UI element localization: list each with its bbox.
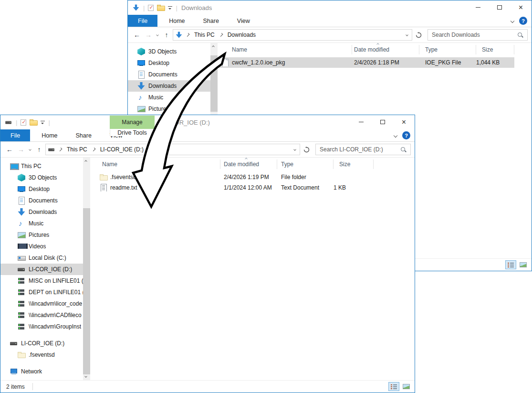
file-row[interactable]: readme.txt 1/1/2024 12:00 AM Text Docume… <box>90 182 374 193</box>
ribbon-expand-icon[interactable] <box>394 133 397 137</box>
thumbnail-view-button[interactable] <box>518 260 529 269</box>
close-button[interactable]: × <box>510 0 532 14</box>
sidebar-item[interactable]: Desktop <box>128 57 210 69</box>
tab-home[interactable]: Home <box>160 15 194 27</box>
sidebar-item[interactable]: LI-COR_IOE (D:) <box>0 264 83 275</box>
sidebar-item[interactable]: This PC <box>0 160 83 172</box>
search-icon[interactable] <box>400 147 407 153</box>
thumbnail-view-button[interactable] <box>401 382 412 391</box>
tab-home[interactable]: Home <box>32 129 66 141</box>
sidebar-item[interactable]: LI-COR_IOE (D:) <box>0 338 83 349</box>
address-bar[interactable]: This PC LI-COR_IOE (D:) <box>45 144 300 155</box>
up-button[interactable]: ↑ <box>161 31 172 39</box>
tab-file[interactable]: File <box>128 15 157 27</box>
column-header-size[interactable]: Size <box>334 159 374 169</box>
tab-drive-tools[interactable]: Drive Tools <box>110 129 155 136</box>
maximize-button[interactable] <box>489 0 510 14</box>
sidebar-item[interactable]: Videos <box>0 241 83 252</box>
crumb-chevron-icon[interactable] <box>186 33 190 37</box>
sidebar-item[interactable]: .fseventsd <box>0 349 83 361</box>
maximize-button[interactable] <box>372 115 393 129</box>
breadcrumb-downloads[interactable]: Downloads <box>226 32 257 38</box>
titlebar[interactable]: | | Manage LI-COR_IOE (D:) × <box>0 115 415 129</box>
qat-customize-icon[interactable] <box>168 6 172 11</box>
details-view-button[interactable] <box>388 382 399 391</box>
help-icon[interactable]: ? <box>402 131 410 139</box>
sidebar-item[interactable]: Downloads <box>0 206 83 218</box>
sidebar-scrollbar[interactable] <box>83 158 90 380</box>
help-icon[interactable]: ? <box>519 17 527 25</box>
column-header-type[interactable]: Type <box>419 45 476 54</box>
sidebar-item[interactable]: Desktop <box>0 183 83 195</box>
address-dropdown-icon[interactable] <box>406 33 408 36</box>
back-button[interactable]: ← <box>4 146 15 153</box>
search-input[interactable]: Search LI-COR_IOE (D:) <box>315 144 411 155</box>
sidebar-item[interactable]: Pictures <box>0 229 83 241</box>
refresh-button[interactable] <box>413 29 424 41</box>
breadcrumb-this-pc[interactable]: This PC <box>193 32 216 38</box>
sidebar-item[interactable]: \\lincadvm\GroupInst <box>0 321 83 332</box>
separator: | <box>143 5 145 11</box>
column-header-name[interactable]: Name <box>218 45 352 54</box>
file-row[interactable]: .fseventsd 2/4/2026 1:19 PM File folder <box>90 172 374 182</box>
address-bar[interactable]: This PC Downloads <box>173 29 412 41</box>
titlebar[interactable]: | | Downloads × <box>128 0 532 15</box>
minimize-button[interactable] <box>467 0 489 14</box>
tab-view[interactable]: View <box>228 15 259 27</box>
sidebar-item[interactable]: Downloads <box>128 80 210 92</box>
sidebar-item[interactable]: Music <box>128 92 210 103</box>
details-view-button[interactable] <box>505 260 516 269</box>
scroll-up-icon[interactable] <box>212 45 215 48</box>
refresh-button[interactable] <box>301 144 312 155</box>
column-header-date-modified[interactable]: Date modified <box>352 45 419 54</box>
navigation-pane: This PC 3D Objects Desktop Documents Dow… <box>0 158 83 380</box>
new-folder-qat-icon[interactable] <box>30 118 37 126</box>
sidebar-item[interactable]: Music <box>0 218 83 229</box>
sidebar-item[interactable]: Pictures <box>128 103 210 115</box>
breadcrumb-this-pc[interactable]: This PC <box>65 146 89 153</box>
recent-locations-icon[interactable] <box>156 33 159 36</box>
sidebar-item[interactable]: Documents <box>128 69 210 80</box>
column-header-type[interactable]: Type <box>277 159 334 169</box>
close-icon: × <box>519 4 523 11</box>
breadcrumb-drive[interactable]: LI-COR_IOE (D:) <box>99 146 145 153</box>
scroll-up-icon[interactable] <box>84 160 87 163</box>
new-folder-qat-icon[interactable] <box>157 4 165 11</box>
search-icon[interactable] <box>517 32 523 38</box>
tab-file[interactable]: File <box>0 129 30 141</box>
ribbon-expand-icon[interactable] <box>511 19 514 22</box>
forward-button[interactable]: → <box>16 146 26 153</box>
sidebar-item[interactable]: Documents <box>0 195 83 206</box>
crumb-chevron-icon[interactable] <box>59 148 63 151</box>
close-button[interactable]: × <box>393 115 415 129</box>
sidebar-item[interactable]: DEPT on LINFILE01 (H: <box>0 287 83 298</box>
forward-button[interactable]: → <box>143 31 154 39</box>
up-button[interactable]: ↑ <box>34 146 44 153</box>
sidebar-item[interactable]: 3D Objects <box>128 46 210 57</box>
crumb-chevron-icon[interactable] <box>92 148 95 151</box>
tab-share[interactable]: Share <box>67 129 101 141</box>
recent-locations-icon[interactable] <box>29 148 31 151</box>
properties-qat-icon[interactable] <box>148 5 154 11</box>
scroll-down-icon[interactable] <box>84 375 87 378</box>
qat-customize-icon[interactable] <box>41 121 45 125</box>
scrollbar-thumb[interactable] <box>210 55 218 112</box>
sidebar-item[interactable]: MISC on LINFILE01 (G: <box>0 275 83 287</box>
search-input[interactable]: Search Downloads <box>428 29 528 41</box>
properties-qat-icon[interactable] <box>21 119 26 126</box>
tab-share[interactable]: Share <box>194 15 228 27</box>
back-button[interactable]: ← <box>132 31 142 39</box>
sidebar-item[interactable]: 3D Objects <box>0 172 83 183</box>
sidebar-item[interactable]: Network <box>0 366 83 377</box>
scrollbar-thumb[interactable] <box>83 208 90 374</box>
sidebar-item[interactable]: Local Disk (C:) <box>0 252 83 264</box>
minimize-button[interactable] <box>350 115 372 129</box>
sidebar-item[interactable]: \\lincadvm\licor_code <box>0 298 83 309</box>
column-header-name[interactable]: Name <box>90 159 220 169</box>
crumb-chevron-icon[interactable] <box>219 33 223 37</box>
column-header-size[interactable]: Size <box>476 45 514 54</box>
sidebar-item[interactable]: \\lincadvm\CADfileco <box>0 309 83 321</box>
column-header-date-modified[interactable]: Date modified <box>220 159 277 169</box>
file-row[interactable]: cwcfw_1.2.0.ioe_pkg 2/4/2026 1:18 PM IOE… <box>218 57 514 68</box>
address-dropdown-icon[interactable] <box>293 148 296 151</box>
